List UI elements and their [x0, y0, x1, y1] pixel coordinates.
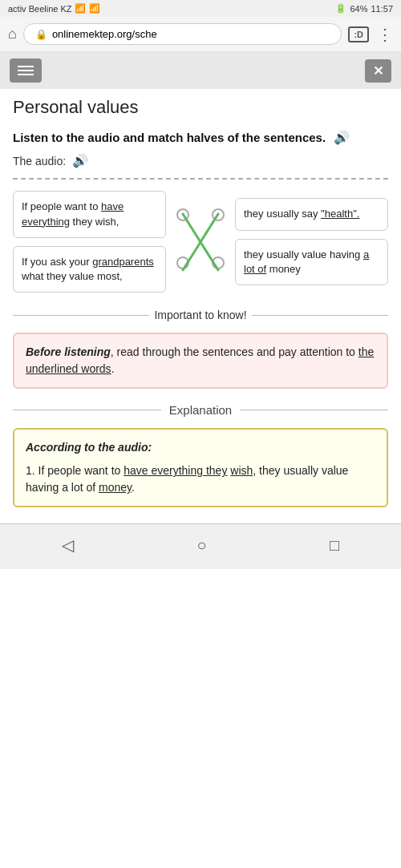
url-text: onlinemektep.org/sche [52, 28, 157, 40]
match-right-card-1: they usually say "health". [235, 198, 388, 230]
audio-play-icon[interactable]: 🔊 [72, 153, 88, 168]
divider-dots [13, 178, 388, 180]
home-button[interactable]: ○ [180, 533, 222, 558]
match-section: If people want to have everything they w… [13, 191, 388, 293]
match-left-card-2: If you ask your grandparents what they v… [13, 246, 166, 293]
important-line-right [252, 315, 388, 316]
time-text: 11:57 [371, 4, 393, 14]
more-icon[interactable]: ⋮ [377, 25, 393, 44]
battery-icon: 🔋 [335, 3, 346, 14]
carrier-text: activ Beeline KZ [8, 4, 71, 14]
before-listening-rest: , read through the sentences and pay att… [111, 345, 358, 358]
explanation-item1-u1: have everything they [124, 464, 227, 477]
explanation-box: According to the audio: 1. If people wan… [13, 428, 388, 507]
cross-visual [176, 194, 225, 290]
explanation-section: Explanation [13, 403, 388, 417]
audio-icon-inline[interactable]: 🔊 [334, 131, 350, 144]
match-left-card-1: If people want to have everything they w… [13, 191, 166, 237]
before-listening-box: Before listening, read through the sente… [13, 333, 388, 389]
audio-label: The audio: [13, 155, 66, 168]
hamburger-button[interactable] [10, 59, 42, 83]
before-listening-bold: Before listening [26, 345, 111, 358]
tab-icon[interactable]: :D [348, 26, 369, 42]
audio-line: The audio: 🔊 [13, 153, 388, 168]
bottom-nav: ◁ ○ □ [0, 523, 401, 569]
page-title: Personal values [13, 97, 388, 118]
status-left: activ Beeline KZ 📶 📶 [8, 3, 100, 14]
explanation-item1-u2: wish [230, 464, 253, 477]
explanation-line-left [13, 410, 161, 410]
explanation-item1-u3: money [99, 481, 132, 494]
explanation-label: Explanation [169, 403, 232, 417]
explanation-line-right [240, 410, 388, 410]
browser-address[interactable]: 🔒 onlinemektep.org/sche [23, 23, 342, 45]
match-center [172, 194, 229, 290]
explanation-item1-plain: 1. If people want to [26, 464, 124, 477]
lock-icon: 🔒 [35, 29, 47, 40]
match-left-column: If people want to have everything they w… [13, 191, 166, 293]
instruction-text: Listen to the audio and match halves of … [13, 129, 388, 147]
match-right-card-2: they usually value having a lot of money [235, 239, 388, 285]
back-button[interactable]: ◁ [46, 532, 90, 558]
signal-icon-2: 📶 [89, 3, 100, 14]
battery-text: 64% [350, 4, 367, 14]
top-nav: ✕ [0, 52, 401, 89]
status-bar: activ Beeline KZ 📶 📶 🔋 64% 11:57 [0, 0, 401, 17]
browser-bar: ⌂ 🔒 onlinemektep.org/sche :D ⋮ [0, 17, 401, 52]
cross-svg [176, 194, 225, 290]
match-right-column: they usually say "health". they usually … [235, 198, 388, 285]
page-content: Personal values Listen to the audio and … [0, 89, 401, 523]
explanation-box-title: According to the audio: [26, 441, 152, 454]
important-know-section: Important to know! [13, 309, 388, 321]
recent-button[interactable]: □ [314, 533, 355, 558]
important-line-left [13, 315, 149, 316]
browser-right: :D ⋮ [348, 25, 393, 44]
close-button[interactable]: ✕ [365, 59, 391, 83]
status-right: 🔋 64% 11:57 [335, 3, 393, 14]
signal-icon: 📶 [75, 3, 86, 14]
home-icon[interactable]: ⌂ [8, 26, 17, 42]
important-know-text: Important to know! [154, 309, 246, 321]
